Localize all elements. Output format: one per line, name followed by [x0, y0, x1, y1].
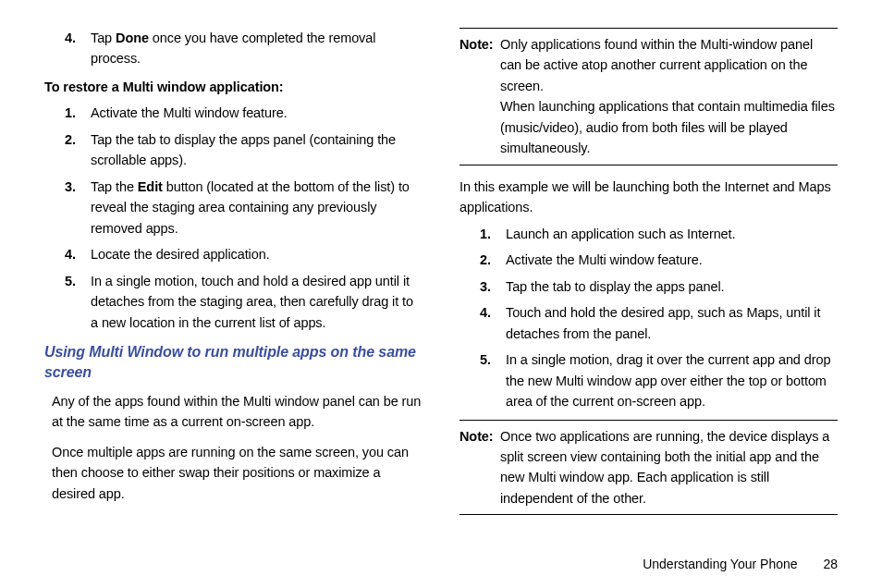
text-fragment: Tap	[91, 31, 116, 45]
note-label: Note:	[459, 426, 500, 509]
example-steps: 1. Launch an application such as Interne…	[459, 224, 838, 412]
list-item: 3. Tap the Edit button (located at the b…	[44, 177, 423, 239]
list-item: 1. Launch an application such as Interne…	[459, 224, 838, 244]
note-line: When launching applications that contain…	[500, 96, 838, 158]
list-text: Launch an application such as Internet.	[506, 224, 838, 244]
restore-subheading: To restore a Multi window application:	[44, 77, 423, 97]
list-item: 5. In a single motion, drag it over the …	[459, 349, 838, 411]
right-column: Note: Only applications found within the…	[459, 28, 838, 526]
list-text: Tap the Edit button (located at the bott…	[91, 177, 423, 239]
left-column: 4. Tap Done once you have completed the …	[44, 28, 423, 526]
text-fragment: Tap the	[91, 179, 138, 194]
list-marker: 1.	[44, 103, 91, 123]
document-page: 4. Tap Done once you have completed the …	[0, 0, 882, 588]
list-text: In a single motion, touch and hold a des…	[91, 271, 423, 333]
note-line: Only applications found within the Multi…	[500, 34, 838, 96]
list-marker: 2.	[44, 129, 91, 171]
list-marker: 5.	[459, 349, 506, 411]
removal-steps-continued: 4. Tap Done once you have completed the …	[44, 28, 423, 69]
body-paragraph: In this example we will be launching bot…	[459, 177, 838, 218]
list-item: 4. Locate the desired application.	[44, 244, 423, 264]
footer-section: Understanding Your Phone	[643, 557, 797, 571]
note-box: Note: Once two applications are running,…	[459, 420, 838, 516]
list-item: 4. Touch and hold the desired app, such …	[459, 302, 838, 344]
list-item: 2. Activate the Multi window feature.	[459, 250, 838, 270]
list-item: 3. Tap the tab to display the apps panel…	[459, 276, 838, 297]
list-marker: 2.	[459, 250, 506, 270]
restore-steps: 1. Activate the Multi window feature. 2.…	[44, 103, 423, 333]
list-text: Activate the Multi window feature.	[506, 250, 838, 270]
two-column-layout: 4. Tap Done once you have completed the …	[44, 28, 838, 526]
list-item: 1. Activate the Multi window feature.	[44, 103, 423, 123]
list-item: 5. In a single motion, touch and hold a …	[44, 271, 423, 333]
list-text: Tap the tab to display the apps panel.	[506, 276, 838, 297]
list-marker: 4.	[44, 244, 91, 264]
list-item: 2. Tap the tab to display the apps panel…	[44, 129, 423, 171]
body-paragraph: Any of the apps found within the Multi w…	[52, 391, 423, 433]
list-marker: 1.	[459, 224, 506, 244]
list-marker: 4.	[459, 302, 506, 344]
note-body: Only applications found within the Multi…	[500, 34, 838, 159]
edit-label: Edit	[138, 179, 163, 194]
note-label: Note:	[459, 34, 500, 159]
body-paragraph: Once multiple apps are running on the sa…	[52, 442, 423, 504]
list-text: Activate the Multi window feature.	[91, 103, 423, 123]
list-marker: 5.	[44, 271, 91, 333]
list-marker: 3.	[44, 177, 91, 239]
list-text: Touch and hold the desired app, such as …	[506, 302, 838, 344]
list-marker: 4.	[44, 28, 91, 69]
page-footer: Understanding Your Phone 28	[643, 557, 838, 571]
list-text: Locate the desired application.	[91, 244, 423, 264]
note-body: Once two applications are running, the d…	[500, 426, 838, 509]
page-number: 28	[823, 557, 838, 571]
list-text: Tap Done once you have completed the rem…	[91, 28, 423, 69]
note-box: Note: Only applications found within the…	[459, 28, 838, 165]
done-label: Done	[116, 31, 149, 45]
list-item: 4. Tap Done once you have completed the …	[44, 28, 423, 69]
list-text: In a single motion, drag it over the cur…	[506, 349, 838, 411]
list-marker: 3.	[459, 276, 506, 297]
list-text: Tap the tab to display the apps panel (c…	[91, 129, 423, 171]
section-heading: Using Multi Window to run multiple apps …	[44, 342, 423, 384]
